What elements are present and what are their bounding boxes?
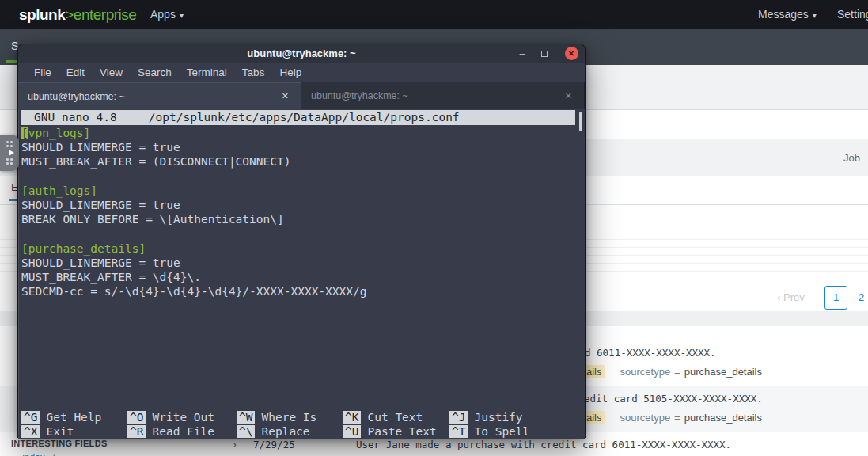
menu-terminal[interactable]: Terminal bbox=[187, 66, 227, 78]
messages-menu-label: Messages bbox=[758, 8, 809, 21]
text-cursor: [ bbox=[21, 127, 28, 139]
close-button[interactable]: ✕ bbox=[564, 44, 578, 63]
logo-gt-text: > bbox=[65, 6, 74, 23]
apps-menu-label: Apps bbox=[150, 8, 176, 21]
menu-tabs[interactable]: Tabs bbox=[242, 66, 265, 78]
shortcut-label: Write Out bbox=[152, 411, 214, 424]
editor-line: SHOULD_LINEMERGE = true bbox=[21, 198, 575, 212]
menu-search[interactable]: Search bbox=[138, 66, 172, 78]
job-menu[interactable]: Job bbox=[843, 152, 860, 164]
menu-edit[interactable]: Edit bbox=[66, 66, 85, 78]
editor-line: [vpn_logs] bbox=[21, 126, 575, 140]
field-value-count: 4 bbox=[51, 453, 56, 456]
shortcut-key: ^U bbox=[343, 425, 361, 438]
nano-shortcut: ^RRead File bbox=[127, 424, 237, 439]
sourcetype-value[interactable]: purchase_details bbox=[684, 412, 762, 424]
shortcut-label: Exit bbox=[46, 425, 74, 438]
shortcut-key: ^G bbox=[21, 411, 40, 424]
terminal-window: ubuntu@tryhackme: ~ – ✕ File Edit View S… bbox=[17, 44, 586, 438]
nano-shortcut: ^WWhere Is bbox=[237, 410, 343, 424]
meta-equals: = bbox=[674, 412, 680, 424]
terminal-tab-1-label: ubuntu@tryhackme: ~ bbox=[28, 91, 279, 102]
editor-line: [purchase_details] bbox=[21, 241, 575, 256]
editor-line: SEDCMD-cc = s/-\d{4}-\d{4}-\d{4}/-XXXX-X… bbox=[21, 284, 575, 298]
interesting-fields-heading: INTERESTING FIELDS bbox=[11, 439, 108, 448]
active-app-underline bbox=[6, 60, 17, 63]
page-button-1[interactable]: 1 bbox=[824, 286, 847, 310]
nano-shortcut: ^TTo Spell bbox=[449, 424, 529, 439]
menu-view[interactable]: View bbox=[100, 66, 123, 78]
prev-label: Prev bbox=[783, 291, 805, 303]
restore-icon bbox=[541, 51, 548, 57]
nano-file-path: /opt/splunk/etc/apps/DataApp/local/props… bbox=[149, 110, 460, 125]
event-1-text-fragment: d 6011-XXXX-XXXX-XXXX. bbox=[585, 347, 716, 359]
page-button-2[interactable]: 2 bbox=[859, 291, 864, 303]
shortcut-key: ^\ bbox=[237, 425, 255, 438]
terminal-window-title: ubuntu@tryhackme: ~ bbox=[18, 44, 585, 63]
shortcut-key: ^T bbox=[449, 425, 468, 438]
shortcut-label: Justify bbox=[474, 411, 522, 424]
event-1-meta: ails sourcetype = purchase_details bbox=[584, 365, 762, 378]
shortcut-key: ^O bbox=[127, 411, 146, 424]
sourcetype-value[interactable]: purchase_details bbox=[684, 366, 762, 378]
terminal-tab-1[interactable]: ubuntu@tryhackme: ~ ✕ bbox=[18, 82, 301, 109]
shortcut-label: Read File bbox=[152, 425, 214, 438]
splunk-topbar: splunk>enterprise Apps▾ Messages▾ Settin… bbox=[0, 0, 868, 29]
shortcut-key: ^X bbox=[21, 425, 40, 438]
tab-close-icon[interactable]: ✕ bbox=[279, 89, 291, 103]
sourcetype-key[interactable]: sourcetype bbox=[620, 366, 671, 378]
sourcetype-key[interactable]: sourcetype bbox=[620, 412, 671, 424]
shortcut-label: Where Is bbox=[261, 411, 316, 424]
scrollbar-thumb[interactable] bbox=[579, 112, 582, 131]
terminal-content[interactable]: GNU nano 4.8 /opt/splunk/etc/apps/DataAp… bbox=[18, 109, 585, 439]
editor-line: MUST_BREAK_AFTER = (DISCONNECT|CONNECT) bbox=[21, 154, 575, 169]
meta-separator bbox=[612, 412, 612, 424]
nano-titlebar: GNU nano 4.8 /opt/splunk/etc/apps/DataAp… bbox=[21, 110, 575, 125]
event-3-timestamp: 7/29/25 bbox=[253, 439, 295, 450]
event-2-text-fragment: edit card 5105-XXXX-XXXX-XXXX. bbox=[584, 393, 763, 405]
shortcut-label: Cut Text bbox=[367, 411, 423, 424]
nano-shortcuts-row-1: ^GGet Help^OWrite Out^WWhere Is^KCut Tex… bbox=[21, 410, 575, 424]
editor-line bbox=[21, 226, 575, 241]
terminal-titlebar[interactable]: ubuntu@tryhackme: ~ – ✕ bbox=[18, 44, 585, 63]
nano-editor-area[interactable]: [vpn_logs]SHOULD_LINEMERGE = trueMUST_BR… bbox=[21, 126, 575, 298]
shortcut-key: ^J bbox=[449, 411, 468, 424]
apps-menu[interactable]: Apps▾ bbox=[150, 0, 184, 30]
splunk-logo[interactable]: splunk>enterprise bbox=[19, 0, 136, 29]
logo-enterprise-text: enterprise bbox=[74, 6, 137, 23]
highlighted-match: ails bbox=[584, 365, 605, 378]
menu-help[interactable]: Help bbox=[279, 66, 301, 78]
meta-equals: = bbox=[674, 366, 680, 378]
event-expand-chevron[interactable]: › bbox=[233, 437, 237, 450]
field-list-item-index: aindex4 bbox=[13, 450, 56, 456]
chevron-down-icon: ▾ bbox=[180, 11, 184, 20]
nano-shortcut: ^UPaste Text bbox=[343, 424, 449, 439]
nano-shortcut: ^\Replace bbox=[237, 424, 343, 439]
play-icon bbox=[9, 150, 14, 156]
field-type-icon: a bbox=[13, 453, 17, 456]
editor-line: SHOULD_LINEMERGE = true bbox=[21, 140, 575, 154]
field-link-index[interactable]: index bbox=[22, 452, 45, 456]
terminal-tabbar: ubuntu@tryhackme: ~ ✕ ubuntu@tryhackme: … bbox=[18, 82, 585, 109]
shortcut-label: Paste Text bbox=[367, 425, 436, 438]
meta-separator bbox=[612, 366, 612, 378]
minimize-button[interactable]: – bbox=[517, 44, 528, 63]
grip-dots-icon bbox=[6, 141, 13, 147]
highlighted-match: ails bbox=[584, 411, 605, 424]
shortcut-label: Get Help bbox=[46, 411, 101, 424]
logo-splunk-text: splunk bbox=[19, 6, 65, 23]
tab-close-icon[interactable]: ✕ bbox=[563, 89, 574, 103]
grip-dots-icon bbox=[6, 158, 13, 165]
editor-line: BREAK_ONLY_BEFORE = \[Authentication\] bbox=[21, 212, 575, 226]
settings-menu[interactable]: Settings bbox=[837, 0, 868, 29]
editor-line: SHOULD_LINEMERGE = true bbox=[21, 256, 575, 270]
split-view-handle[interactable] bbox=[0, 135, 19, 171]
nano-shortcut: ^KCut Text bbox=[343, 410, 449, 424]
event-2-meta: ails sourcetype = purchase_details bbox=[584, 411, 762, 424]
messages-menu[interactable]: Messages▾ bbox=[758, 0, 817, 30]
prev-page-button[interactable]: ‹ Prev bbox=[777, 291, 805, 303]
terminal-tab-2[interactable]: ubuntu@tryhackme: ~ ✕ bbox=[301, 82, 585, 109]
menu-file[interactable]: File bbox=[34, 66, 51, 78]
event-3-text: User Jane made a purchase with credit ca… bbox=[356, 439, 731, 450]
restore-button[interactable] bbox=[539, 44, 550, 63]
